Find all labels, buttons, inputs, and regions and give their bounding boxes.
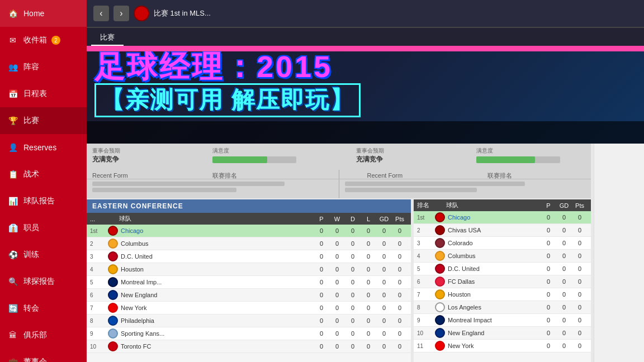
stat-p: 0 — [541, 330, 556, 336]
stat-gd: 0 — [556, 317, 572, 323]
sidebar-item-inbox[interactable]: ✉ 收件箱 2 — [0, 27, 87, 54]
rank-cell: 3 — [417, 240, 435, 246]
full-row-9[interactable]: 9 Montreal Impact 0 0 0 — [414, 314, 591, 327]
sidebar-item-match[interactable]: 🏆 比赛 — [0, 107, 87, 134]
rank-cell: 8 — [417, 304, 435, 311]
col-d-header: D — [345, 216, 361, 222]
back-button[interactable]: ‹ — [93, 6, 109, 21]
rank-right-label: 联赛排名 — [487, 172, 512, 179]
team-logo-chicago — [108, 226, 118, 236]
sidebar-item-tactics[interactable]: 📋 战术 — [0, 161, 87, 188]
stat-gd: 0 — [376, 330, 392, 337]
stat-p: 0 — [541, 317, 556, 323]
rank-cell: 2 — [417, 227, 435, 234]
team-name: Montreal Impact — [448, 317, 541, 323]
team-name: Los Angeles — [448, 304, 541, 311]
team-name: Columbus — [448, 253, 541, 259]
form-bar-1 — [92, 182, 285, 186]
sidebar-item-training[interactable]: ⚽ 训练 — [0, 241, 87, 268]
team-name: Toronto FC — [121, 343, 314, 350]
home-icon: 🏠 — [7, 7, 19, 20]
full-row-4[interactable]: 4 Columbus 0 0 0 — [414, 250, 591, 263]
team-logo — [134, 6, 149, 21]
full-row-3[interactable]: 3 Colorado 0 0 0 — [414, 237, 591, 250]
form-bar-4 — [345, 188, 477, 192]
full-row-10[interactable]: 10 New England 0 0 0 — [414, 327, 591, 340]
team-name: New England — [121, 292, 314, 298]
overlay-bg: 足球经理：2015 【亲测可用 解压即玩】 — [87, 46, 644, 144]
stat-gd: 0 — [376, 343, 392, 350]
stat-d: 0 — [345, 330, 361, 337]
eastern-row-2[interactable]: 2 Columbus 0 0 0 0 0 0 — [87, 237, 411, 250]
eastern-row-1[interactable]: 1st Chicago 0 0 0 0 0 0 — [87, 225, 411, 237]
stat-p: 0 — [314, 266, 329, 273]
sidebar-item-reserves[interactable]: 👤 Reserves — [0, 134, 87, 161]
team-name: Philadelphia — [121, 317, 314, 324]
stat-gd: 0 — [556, 342, 572, 349]
stat-pts: 0 — [392, 279, 408, 285]
sidebar-item-report[interactable]: 📊 球队报告 — [0, 188, 87, 215]
full-row-6[interactable]: 6 FC Dallas 0 0 0 — [414, 275, 591, 288]
match-title: 比赛 1st in MLS... — [154, 8, 211, 18]
pink-stripe — [87, 46, 644, 51]
col-gd-header: GD — [376, 216, 392, 222]
full-row-5[interactable]: 5 D.C. United 0 0 0 — [414, 263, 591, 275]
board-right-satisfaction: 满意度 — [476, 147, 585, 163]
stat-p: 0 — [314, 330, 329, 337]
board-right-expectation-label: 董事会预期 — [356, 147, 465, 155]
col-w-header: W — [329, 216, 345, 222]
tab-bar: 比赛 — [87, 28, 644, 46]
board-left-sat-bar — [212, 156, 296, 163]
stat-gd: 0 — [376, 266, 392, 273]
full-row-7[interactable]: 7 Houston 0 0 0 — [414, 288, 591, 301]
full-row-8[interactable]: 8 Los Angeles 0 0 0 — [414, 301, 591, 314]
team-logo — [435, 289, 445, 299]
board-left: 董事会预期 充满竞争 — [92, 147, 201, 164]
rank-cell: 9 — [90, 331, 108, 337]
board-area: 董事会预期 充满竞争 满意度 董事会预期 充满竞争 满意度 — [87, 144, 591, 168]
team-name: Columbus — [121, 240, 314, 247]
stat-pts: 0 — [572, 265, 588, 272]
stat-l: 0 — [361, 304, 376, 311]
stat-gd: 0 — [556, 253, 572, 259]
forward-button[interactable]: › — [113, 6, 129, 21]
eastern-row-6[interactable]: 6 New England 0 0 0 0 0 0 — [87, 289, 411, 302]
sidebar-item-schedule[interactable]: 📅 日程表 — [0, 80, 87, 107]
stat-p: 0 — [541, 265, 556, 272]
tab-match[interactable]: 比赛 — [91, 30, 124, 46]
full-row-2[interactable]: 2 Chivas USA 0 0 0 — [414, 224, 591, 237]
stat-l: 0 — [361, 330, 376, 337]
sidebar-item-home[interactable]: 🏠 Home — [0, 0, 87, 27]
stat-pts: 0 — [392, 227, 408, 234]
us-logo-icon: MLS — [608, 53, 631, 75]
recent-form-left-label: Recent Form — [92, 172, 128, 179]
stat-pts: 0 — [572, 278, 588, 285]
board-row: 董事会预期 充满竞争 满意度 董事会预期 充满竞争 满意度 — [92, 147, 585, 164]
stat-pts: 0 — [392, 317, 408, 324]
game-subtitle: 【亲测可用 解压即玩】 — [94, 83, 361, 117]
sidebar-item-club[interactable]: 🏛 俱乐部 — [0, 322, 87, 349]
rank-cell: 5 — [417, 266, 435, 272]
team-name: New England — [448, 330, 541, 336]
stat-p: 0 — [541, 253, 556, 259]
sidebar-item-staff[interactable]: 👔 职员 — [0, 215, 87, 241]
eastern-row-3[interactable]: 3 D.C. United 0 0 0 0 0 0 — [87, 250, 411, 263]
sidebar-item-transfer[interactable]: 🔄 转会 — [0, 295, 87, 322]
team-name: Colorado — [448, 240, 541, 246]
eastern-row-9[interactable]: 9 Sporting Kans... 0 0 0 0 0 0 — [87, 327, 411, 340]
eastern-row-8[interactable]: 8 Philadelphia 0 0 0 0 0 0 — [87, 315, 411, 327]
stat-gd: 0 — [376, 253, 392, 260]
team-logo-dc — [108, 251, 118, 261]
sidebar-item-scout[interactable]: 🔍 球探报告 — [0, 268, 87, 295]
full-row-11[interactable]: 11 New York 0 0 0 — [414, 340, 591, 353]
eastern-row-7[interactable]: 7 New York 0 0 0 0 0 0 — [87, 302, 411, 315]
eastern-row-4[interactable]: 4 Houston 0 0 0 0 0 0 — [87, 263, 411, 276]
sidebar-item-squad[interactable]: 👥 阵容 — [0, 54, 87, 80]
eastern-row-10[interactable]: 10 Toronto FC 0 0 0 0 0 0 — [87, 340, 411, 353]
eastern-row-5[interactable]: 5 Montreal Imp... 0 0 0 0 0 0 — [87, 276, 411, 289]
sidebar-item-label: 比赛 — [23, 116, 39, 126]
full-row-1[interactable]: 1st Chicago 0 0 0 — [414, 211, 591, 224]
sidebar-item-board[interactable]: 💼 董事会 — [0, 349, 87, 362]
stat-p: 0 — [541, 240, 556, 246]
team-logo — [435, 264, 445, 274]
